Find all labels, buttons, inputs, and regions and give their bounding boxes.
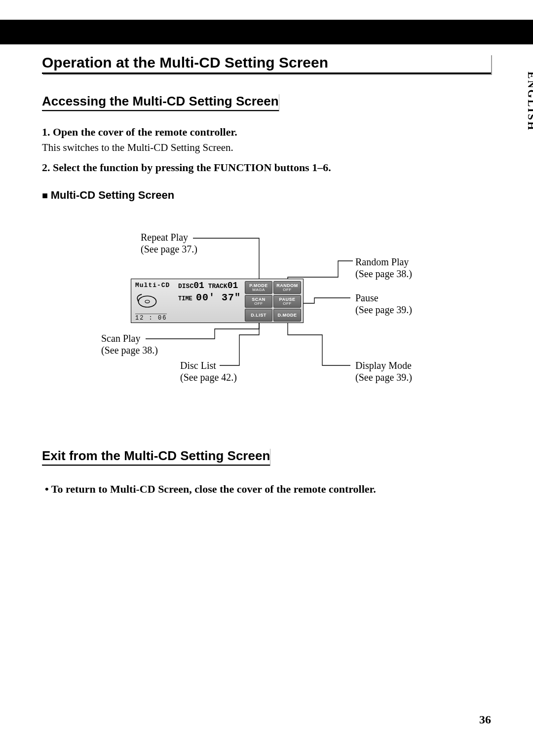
lcd-clock: 12 : 06 xyxy=(135,314,167,322)
subsection-accessing: Accessing the Multi-CD Setting Screen xyxy=(42,94,279,111)
callout-scan-name: Scan Play xyxy=(101,332,158,344)
exit-bullet: To return to Multi-CD Screen, close the … xyxy=(42,483,491,496)
btn-random: RANDOM OFF xyxy=(273,281,301,294)
page-number: 36 xyxy=(479,713,491,726)
diagram: Multi-CD DISC01 TRACK01 TIME 00' 37" xyxy=(91,231,471,419)
btn-pmode: P.MODE MAGA xyxy=(245,281,272,294)
btn-pause-sub: OFF xyxy=(283,302,292,306)
step-2-title: 2. Select the function by pressing the F… xyxy=(42,161,491,174)
disc-icon xyxy=(136,293,158,310)
callout-random-name: Random Play xyxy=(355,256,412,268)
lcd-track-label: TRACK xyxy=(208,283,228,290)
lcd-track-num: 01 xyxy=(228,281,238,290)
step-2: 2. Select the function by pressing the F… xyxy=(42,161,491,174)
callout-dispmode-name: Display Mode xyxy=(355,360,412,371)
lcd-function-buttons: P.MODE MAGA RANDOM OFF SCAN OFF PAUSE OF… xyxy=(245,281,301,322)
lcd-time: TIME 00' 37" xyxy=(178,292,241,303)
lcd-source: Multi-CD xyxy=(135,282,170,289)
callout-pause-ref: (See page 39.) xyxy=(355,304,412,316)
lcd-time-value: 00' 37" xyxy=(196,292,241,303)
language-tab: ENGLISH xyxy=(523,72,533,131)
step-1-title: 1. Open the cover of the remote controll… xyxy=(42,126,491,139)
callout-repeat-play: Repeat Play (See page 37.) xyxy=(141,231,197,255)
lcd-disc-label: DISC xyxy=(178,283,193,290)
lcd-time-label: TIME xyxy=(178,295,192,302)
btn-dmode: D.MODE xyxy=(273,309,301,322)
callout-pause-name: Pause xyxy=(355,292,412,304)
exit-section: Exit from the Multi-CD Setting Screen To… xyxy=(42,448,491,496)
svg-point-0 xyxy=(139,296,156,307)
callout-scan-ref: (See page 38.) xyxy=(101,344,158,356)
callout-disclist-ref: (See page 42.) xyxy=(180,371,237,383)
btn-dlist: D.LIST xyxy=(245,309,272,322)
callout-disclist-name: Disc List xyxy=(180,360,237,371)
btn-dmode-label: D.MODE xyxy=(278,313,297,318)
section-heading: Operation at the Multi-CD Setting Screen xyxy=(42,54,491,74)
btn-pmode-sub: MAGA xyxy=(252,288,265,292)
btn-scan: SCAN OFF xyxy=(245,295,272,308)
callout-repeat-ref: (See page 37.) xyxy=(141,243,197,255)
callout-disc-list: Disc List (See page 42.) xyxy=(180,360,237,383)
lcd-screen: Multi-CD DISC01 TRACK01 TIME 00' 37" xyxy=(131,279,304,323)
btn-dlist-label: D.LIST xyxy=(251,313,266,318)
callout-pause: Pause (See page 39.) xyxy=(355,292,412,316)
btn-scan-sub: OFF xyxy=(254,302,263,306)
btn-pause: PAUSE OFF xyxy=(273,295,301,308)
callout-repeat-name: Repeat Play xyxy=(141,231,197,243)
callout-lines xyxy=(91,231,471,419)
lcd-disc-num: 01 xyxy=(193,281,204,290)
callout-random-play: Random Play (See page 38.) xyxy=(355,256,412,280)
btn-random-sub: OFF xyxy=(283,288,292,292)
callout-display-mode: Display Mode (See page 39.) xyxy=(355,360,412,383)
step-1: 1. Open the cover of the remote controll… xyxy=(42,126,491,154)
diagram-subheading: Multi-CD Setting Screen xyxy=(42,189,491,202)
subsection-exit: Exit from the Multi-CD Setting Screen xyxy=(42,448,270,466)
callout-dispmode-ref: (See page 39.) xyxy=(355,371,412,383)
step-1-desc: This switches to the Multi-CD Setting Sc… xyxy=(42,142,491,154)
lcd-disc-track: DISC01 TRACK01 xyxy=(178,281,238,290)
callout-scan-play: Scan Play (See page 38.) xyxy=(101,332,158,356)
svg-point-1 xyxy=(145,300,150,303)
page-content: Operation at the Multi-CD Setting Screen… xyxy=(42,54,491,496)
callout-random-ref: (See page 38.) xyxy=(355,268,412,280)
header-black-bar xyxy=(0,20,533,44)
